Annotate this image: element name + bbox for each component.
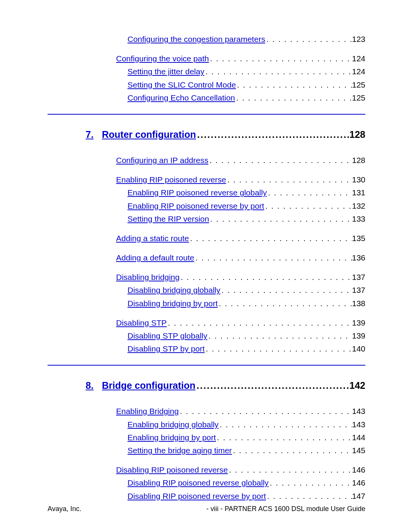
toc-link: Disabling STP by port [127,344,205,353]
leader-dots: ........................................… [196,129,349,140]
page-number: 146 [352,465,365,474]
leader-dots: . . . . . . . . . . . . . . . . . . . . … [216,433,352,442]
page-number: 140 [352,344,365,353]
page-number: 143 [352,406,365,416]
toc-group: Disabling STP . . . . . . . . . . . . . … [48,318,365,354]
leader-dots: . . . . . . . . . . . . . . . . . . . . … [167,318,352,328]
leader-dots: . . . . . . . . . . . . . . . . . . . . … [228,465,352,474]
toc-entry[interactable]: Configuring Echo Cancellation . . . . . … [48,93,365,102]
toc-entry[interactable]: Enabling RIP poisoned reverse globally .… [48,188,365,197]
toc-link: Setting the jitter delay [127,67,204,76]
toc-group: Configuring the congestion parameters . … [48,34,365,44]
toc-entry[interactable]: Disabling STP globally . . . . . . . . .… [48,331,365,340]
leader-dots: . . . . . . . . . . . . . . . . . . . . … [204,67,352,76]
leader-dots: . . . . . . . . . . . . . . . . . . . . … [267,188,352,197]
leader-dots: . . . . . . . . . . . . . . . . . . . . … [264,201,352,211]
toc-entry[interactable]: Setting the bridge aging timer . . . . .… [48,446,365,455]
leader-dots: . . . . . . . . . . . . . . . . . . . . … [235,93,352,102]
page-number: 147 [352,491,365,501]
toc-link: Setting the SLIC Control Mode [127,80,236,89]
toc-group: Adding a static route . . . . . . . . . … [48,233,365,243]
toc-entry[interactable]: Setting the SLIC Control Mode . . . . . … [48,80,365,89]
toc-link: Disabling RIP poisoned reverse globally [127,478,269,487]
page-number: 139 [352,331,365,340]
page-number: 145 [352,446,365,455]
toc-link: Disabling RIP poisoned reverse by port [127,491,266,501]
leader-dots: ........................................… [196,380,350,391]
toc-link: Adding a default route [116,253,194,262]
section-number: 7. [86,129,94,140]
toc-link: Setting the RIP version [127,214,209,224]
leader-dots: . . . . . . . . . . . . . . . . . . . . … [189,233,352,243]
toc-page: Configuring the congestion parameters . … [48,34,365,511]
footer-company: Avaya, Inc. [48,505,81,513]
toc-entry[interactable]: Adding a static route . . . . . . . . . … [48,233,365,243]
toc-entry[interactable]: Setting the jitter delay . . . . . . . .… [48,67,365,76]
leader-dots: . . . . . . . . . . . . . . . . . . . . … [232,446,352,455]
section-title: Bridge configuration [102,380,196,391]
page-number: 128 [352,155,365,165]
toc-entry[interactable]: Configuring an IP address . . . . . . . … [48,155,365,165]
toc-entry[interactable]: Disabling RIP poisoned reverse globally … [48,478,365,487]
toc-entry[interactable]: Enabling bridging globally . . . . . . .… [48,420,365,429]
leader-dots: . . . . . . . . . . . . . . . . . . . . … [236,80,352,89]
page-number: 146 [352,478,365,487]
section-divider [48,114,365,115]
toc-group: Enabling RIP poisoned reverse . . . . . … [48,175,365,224]
toc-entry[interactable]: Enabling Bridging . . . . . . . . . . . … [48,406,365,416]
page-number: 124 [352,67,365,76]
toc-link: Enabling bridging globally [127,420,218,429]
toc-entry[interactable]: Adding a default route . . . . . . . . .… [48,253,365,262]
toc-link: Configuring the congestion parameters [127,34,265,44]
page-number: 130 [352,175,365,184]
toc-link: Disabling STP [116,318,167,328]
toc-entry[interactable]: Disabling bridging by port . . . . . . .… [48,299,365,308]
page-number: 125 [352,80,365,89]
toc-link: Configuring an IP address [116,155,208,165]
toc-entry[interactable]: Enabling bridging by port . . . . . . . … [48,433,365,442]
toc-entry[interactable]: Enabling RIP poisoned reverse . . . . . … [48,175,365,184]
page-number: 136 [352,253,365,262]
page-number: 143 [352,420,365,429]
toc-link: Disabling bridging globally [127,285,220,295]
toc-link: Configuring the voice path [116,54,209,63]
toc-group: Adding a default route . . . . . . . . .… [48,253,365,262]
leader-dots: . . . . . . . . . . . . . . . . . . . . … [207,331,352,340]
toc-group: Disabling bridging . . . . . . . . . . .… [48,272,365,308]
page-number: 137 [352,272,365,282]
page-number: 137 [352,285,365,295]
toc-entry[interactable]: Configuring the congestion parameters . … [48,34,365,44]
leader-dots: . . . . . . . . . . . . . . . . . . . . … [180,272,352,282]
toc-entry[interactable]: Disabling bridging . . . . . . . . . . .… [48,272,365,282]
page-number: 123 [352,34,365,44]
page-number: 142 [349,380,365,391]
toc-entry[interactable]: Disabling RIP poisoned reverse by port .… [48,491,365,501]
section-8-heading[interactable]: 8. Bridge configuration ................… [48,380,365,391]
toc-entry[interactable]: Enabling RIP poisoned reverse by port . … [48,201,365,211]
page-number: 133 [352,214,365,224]
footer-title: - viii - PARTNER ACS 1600 DSL module Use… [206,505,365,513]
page-footer: Avaya, Inc. - viii - PARTNER ACS 1600 DS… [48,505,365,513]
page-number: 131 [352,188,365,197]
toc-link: Enabling bridging by port [127,433,216,442]
toc-entry[interactable]: Disabling RIP poisoned reverse . . . . .… [48,465,365,474]
toc-link: Enabling RIP poisoned reverse globally [127,188,267,197]
toc-entry[interactable]: Disabling bridging globally . . . . . . … [48,285,365,295]
toc-group: Configuring an IP address . . . . . . . … [48,155,365,165]
section-7-heading[interactable]: 7. Router configuration ................… [48,129,365,140]
toc-link: Enabling RIP poisoned reverse [116,175,226,184]
leader-dots: . . . . . . . . . . . . . . . . . . . . … [266,491,352,501]
toc-link: Disabling bridging [116,272,180,282]
leader-dots: . . . . . . . . . . . . . . . . . . . . … [265,34,352,44]
toc-entry[interactable]: Disabling STP by port . . . . . . . . . … [48,344,365,353]
toc-link: Enabling RIP poisoned reverse by port [127,201,264,211]
leader-dots: . . . . . . . . . . . . . . . . . . . . … [179,406,352,416]
toc-entry[interactable]: Setting the RIP version . . . . . . . . … [48,214,365,224]
toc-entry[interactable]: Configuring the voice path . . . . . . .… [48,54,365,63]
leader-dots: . . . . . . . . . . . . . . . . . . . . … [205,344,352,353]
page-number: 128 [349,129,365,140]
toc-link: Enabling Bridging [116,406,179,416]
section-divider [48,365,365,366]
toc-entry[interactable]: Disabling STP . . . . . . . . . . . . . … [48,318,365,328]
page-number: 139 [352,318,365,328]
